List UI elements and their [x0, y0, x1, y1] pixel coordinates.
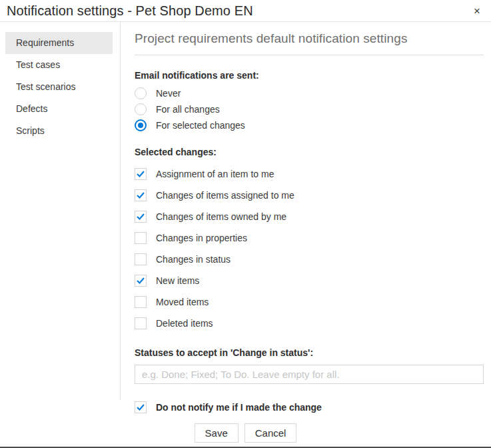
radio-option-all-changes[interactable]: For all changes	[135, 101, 484, 117]
sidebar-item-requirements[interactable]: Requirements	[5, 32, 113, 54]
page-title: Project requirements default notificatio…	[135, 31, 484, 55]
check-icon	[137, 171, 145, 177]
checkbox-changes-in-status[interactable]	[135, 253, 147, 265]
sidebar-item-defects[interactable]: Defects	[5, 98, 113, 120]
check-icon	[137, 213, 145, 220]
checkbox-row-changes-in-properties[interactable]: Changes in properties	[135, 232, 484, 244]
radio-all-changes[interactable]	[135, 103, 147, 115]
radio-never[interactable]	[135, 87, 147, 99]
check-icon	[137, 404, 145, 411]
radio-option-selected-changes[interactable]: For selected changes	[135, 117, 484, 133]
checkbox-label: New items	[156, 275, 199, 286]
notification-settings-dialog: Notification settings - Pet Shop Demo EN…	[0, 0, 491, 448]
titlebar: Notification settings - Pet Shop Demo EN…	[0, 0, 491, 22]
check-icon	[137, 192, 145, 199]
radio-all-changes-label: For all changes	[156, 104, 220, 115]
selected-changes-label: Selected changes:	[135, 147, 484, 157]
checkbox-owned-by-me[interactable]	[135, 211, 147, 223]
checkbox-label: Assignment of an item to me	[156, 169, 274, 179]
checkbox-moved-items[interactable]	[135, 296, 147, 308]
checkbox-new-items[interactable]	[135, 275, 147, 287]
checkbox-label: Changes of items owned by me	[156, 211, 286, 222]
sidebar-item-scripts[interactable]: Scripts	[5, 120, 113, 142]
checkbox-deleted-items[interactable]	[135, 317, 147, 329]
do-not-notify-self-label: Do not notify me if I made the change	[156, 402, 322, 413]
check-icon	[137, 277, 145, 284]
save-button[interactable]: Save	[195, 423, 239, 443]
cancel-button[interactable]: Cancel	[245, 423, 297, 443]
checkbox-row-assigned-to-me[interactable]: Changes of items assigned to me	[135, 189, 484, 201]
selected-changes-list: Assignment of an item to me Changes of i…	[135, 168, 484, 329]
checkbox-assigned-to-me[interactable]	[135, 189, 147, 201]
checkbox-row-owned-by-me[interactable]: Changes of items owned by me	[135, 211, 484, 223]
checkbox-label: Deleted items	[156, 318, 213, 329]
checkbox-row-moved-items[interactable]: Moved items	[135, 296, 484, 308]
checkbox-assignment-to-me[interactable]	[135, 168, 147, 180]
checkbox-row-changes-in-status[interactable]: Changes in status	[135, 253, 484, 265]
checkbox-row-deleted-items[interactable]: Deleted items	[135, 317, 484, 329]
checkbox-changes-in-properties[interactable]	[135, 232, 147, 244]
radio-selected-changes-label: For selected changes	[156, 120, 245, 131]
radio-selected-changes[interactable]	[135, 119, 147, 131]
radio-never-label: Never	[156, 88, 181, 99]
email-notifications-label: Email notifications are sent:	[135, 70, 484, 81]
footer: Save Cancel	[0, 423, 491, 443]
main-panel: Project requirements default notificatio…	[121, 22, 491, 413]
radio-option-never[interactable]: Never	[135, 85, 484, 101]
email-notifications-radio-group: Never For all changes For selected chang…	[135, 85, 484, 133]
checkbox-row-assignment-to-me[interactable]: Assignment of an item to me	[135, 168, 484, 180]
statuses-input[interactable]	[135, 365, 484, 384]
checkbox-row-do-not-notify-self[interactable]: Do not notify me if I made the change	[135, 401, 484, 413]
statuses-label: Statuses to accept in 'Change in status'…	[135, 347, 484, 358]
sidebar-item-test-scenarios[interactable]: Test scenarios	[5, 76, 113, 98]
checkbox-row-new-items[interactable]: New items	[135, 275, 484, 287]
checkbox-label: Changes in status	[156, 254, 231, 265]
close-icon[interactable]: ×	[471, 4, 483, 18]
checkbox-label: Changes in properties	[156, 233, 247, 243]
checkbox-do-not-notify-self[interactable]	[135, 401, 147, 413]
sidebar-item-test-cases[interactable]: Test cases	[5, 54, 113, 76]
checkbox-label: Changes of items assigned to me	[156, 190, 294, 201]
dialog-title: Notification settings - Pet Shop Demo EN	[7, 3, 253, 19]
sidebar: Requirements Test cases Test scenarios D…	[0, 22, 121, 400]
checkbox-label: Moved items	[156, 297, 209, 307]
